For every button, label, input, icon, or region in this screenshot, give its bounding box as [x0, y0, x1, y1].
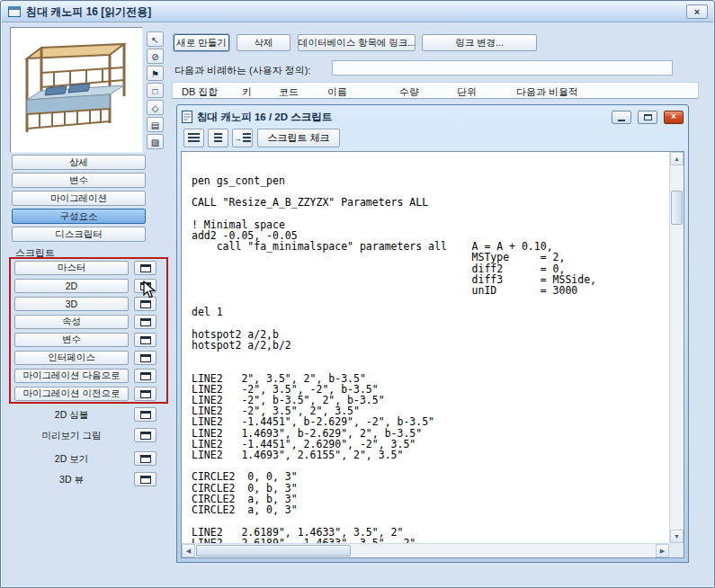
- scrollbar-corner: [669, 543, 684, 557]
- preview-shaded-tool-button[interactable]: ◇: [147, 100, 164, 115]
- text-lines-icon: [243, 133, 251, 143]
- window-glyph-icon: [140, 455, 151, 463]
- maximize-button[interactable]: [638, 111, 657, 124]
- script-button-parameters[interactable]: 변수: [14, 333, 129, 347]
- indent-arrow-icon: →: [234, 134, 242, 143]
- delete-button[interactable]: 삭제: [237, 34, 290, 51]
- preview-pointer-tool-button[interactable]: ↖: [147, 31, 164, 47]
- window-glyph-icon: [140, 300, 151, 308]
- horizontal-scrollbar-thumb[interactable]: [196, 545, 351, 557]
- column-header-proportional[interactable]: 다음과 비율적: [516, 85, 578, 99]
- sidebar-item-descriptors[interactable]: 디스크립터: [12, 227, 146, 242]
- sidebar-item-components[interactable]: 구성요소: [12, 209, 146, 224]
- window-glyph-icon: [140, 318, 151, 326]
- change-link-button[interactable]: 링크 변경...: [422, 34, 537, 51]
- window-titlebar[interactable]: 침대 캐노피 16 [읽기전용]: [2, 2, 713, 22]
- rows-icon: ▤: [151, 120, 159, 130]
- scroll-right-icon: ▶: [660, 548, 665, 554]
- script-button-properties[interactable]: 속성: [14, 315, 129, 329]
- open-master-script-window-button[interactable]: [134, 261, 156, 275]
- open-3d-view-window-button[interactable]: [134, 472, 156, 486]
- open-properties-script-window-button[interactable]: [134, 315, 156, 329]
- preview-hatch-tool-button[interactable]: ▨: [147, 134, 164, 149]
- scroll-down-button[interactable]: ▼: [670, 530, 684, 543]
- script-window-titlebar[interactable]: 침대 캐노피 16 / 2D 스크립트 ×: [180, 108, 685, 126]
- proportional-label: 다음과 비례하는 (사용자 정의):: [174, 64, 311, 77]
- flag-icon: ⚑: [151, 69, 159, 79]
- scroll-up-button[interactable]: ▲: [670, 152, 684, 165]
- script-window-close-button[interactable]: ×: [664, 111, 684, 124]
- preview-erase-tool-button[interactable]: ⊘: [147, 49, 164, 64]
- scroll-left-icon: ◀: [186, 548, 191, 554]
- preview-flag-tool-button[interactable]: ⚑: [147, 66, 164, 81]
- line-numbers-toolbar-button[interactable]: [183, 129, 204, 147]
- column-header-code[interactable]: 코드: [279, 85, 299, 99]
- window-glyph-icon: [140, 372, 151, 380]
- window-glyph-icon: [140, 336, 151, 344]
- scroll-up-icon: ▲: [674, 156, 680, 162]
- open-3d-script-window-button[interactable]: [134, 297, 156, 311]
- preview-rows-tool-button[interactable]: ▤: [147, 117, 164, 132]
- object-preview: [10, 27, 143, 153]
- component-list-header: DB 집합 키 코드 이름 수량 단위 다음과 비율적: [172, 82, 699, 99]
- dialog-body: ↖ ⊘ ⚑ □ ◇ ▤ ▨ 상세 변수 마이그레이션 구성요소 디스크립터 스크…: [4, 22, 713, 586]
- open-2d-view-window-button[interactable]: [134, 451, 156, 466]
- column-header-quantity[interactable]: 수량: [399, 85, 419, 99]
- open-migration-backward-window-button[interactable]: [134, 387, 156, 401]
- open-parameters-script-window-button[interactable]: [134, 333, 156, 347]
- sidebar-item-parameters[interactable]: 변수: [12, 173, 146, 188]
- text-lines-toolbar-button[interactable]: [208, 129, 228, 147]
- script-button-interface[interactable]: 인터페이스: [14, 351, 129, 365]
- scroll-left-button[interactable]: ◀: [182, 544, 195, 557]
- column-header-name[interactable]: 이름: [327, 85, 347, 99]
- script-button-master[interactable]: 마스터: [14, 261, 129, 275]
- window-glyph-icon: [140, 411, 151, 419]
- open-interface-script-window-button[interactable]: [134, 351, 156, 365]
- column-header-db-set[interactable]: DB 집합: [182, 85, 218, 99]
- hatch-icon: ▨: [151, 138, 159, 147]
- view-label-2d-view: 2D 보기: [14, 451, 129, 466]
- library-part-editor-window: 침대 캐노피 16 [읽기전용] ×: [0, 0, 715, 588]
- script-window-icon: [182, 111, 192, 123]
- bed-preview-image: [11, 28, 142, 152]
- minimize-button[interactable]: [612, 111, 631, 124]
- open-2d-script-window-button[interactable]: [134, 279, 156, 293]
- open-2d-symbol-window-button[interactable]: [134, 407, 156, 422]
- slash-circle-icon: ⊘: [151, 52, 158, 62]
- scroll-down-icon: ▼: [674, 533, 680, 539]
- script-button-migration-backward[interactable]: 마이그레이션 이전으로: [14, 387, 129, 401]
- open-migration-forward-window-button[interactable]: [134, 369, 156, 383]
- db-link-button[interactable]: 데이터베이스 항목에 링크...: [298, 34, 416, 51]
- gdl-script-text[interactable]: pen gs_cont_pen CALL "Resize_A_B_ZZYZX" …: [192, 175, 596, 558]
- window-glyph-icon: [140, 432, 151, 440]
- new-button[interactable]: 새로 만들기: [174, 34, 229, 51]
- window-glyph-icon: [140, 390, 151, 398]
- view-label-2d-symbol: 2D 심볼: [14, 407, 129, 422]
- script-section-label: 스크립트: [15, 246, 55, 260]
- scroll-right-button[interactable]: ▶: [656, 544, 669, 557]
- open-preview-picture-window-button[interactable]: [134, 428, 156, 442]
- horizontal-scrollbar[interactable]: ◀ ▶: [182, 543, 669, 557]
- minimize-icon: [618, 120, 625, 121]
- preview-wireframe-tool-button[interactable]: □: [147, 83, 164, 98]
- window-glyph-icon: [140, 282, 151, 290]
- check-script-button[interactable]: 스크립트 체크: [257, 129, 340, 147]
- sidebar-item-migration[interactable]: 마이그레이션: [12, 191, 146, 206]
- indent-toolbar-button[interactable]: →: [232, 129, 253, 147]
- sidebar-item-details[interactable]: 상세: [12, 155, 146, 170]
- script-text-area[interactable]: pen gs_cont_pen CALL "Resize_A_B_ZZYZX" …: [181, 151, 684, 558]
- script-button-2d[interactable]: 2D: [14, 279, 129, 293]
- line-numbers-icon: [188, 133, 200, 143]
- close-icon: ×: [694, 6, 700, 17]
- proportional-input[interactable]: [332, 60, 673, 76]
- vertical-scrollbar-thumb[interactable]: [671, 191, 683, 225]
- vertical-scrollbar[interactable]: ▲ ▼: [669, 152, 684, 543]
- script-button-3d[interactable]: 3D: [14, 297, 129, 311]
- column-header-unit[interactable]: 단위: [457, 85, 477, 99]
- view-label-3d-view: 3D 뷰: [14, 472, 129, 486]
- script-button-migration-forward[interactable]: 마이그레이션 다음으로: [14, 369, 129, 383]
- window-title: 침대 캐노피 16 [읽기전용]: [26, 4, 151, 20]
- close-button[interactable]: ×: [686, 4, 708, 19]
- column-header-key[interactable]: 키: [242, 85, 252, 99]
- window-glyph-icon: [140, 476, 151, 484]
